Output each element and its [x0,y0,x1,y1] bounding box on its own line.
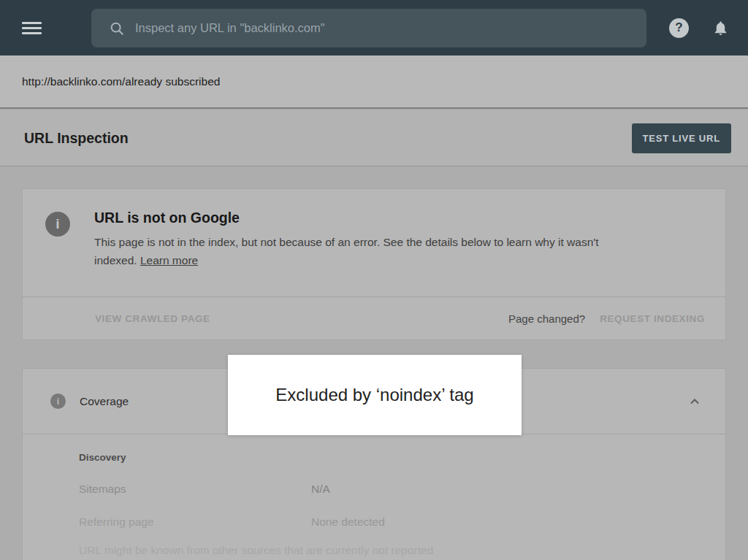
discovery-section: Discovery Sitemaps N/A Referring page No… [23,434,725,557]
info-icon: i [45,212,70,237]
page-header: URL Inspection TEST LIVE URL [0,110,748,166]
test-live-url-button[interactable]: TEST LIVE URL [632,123,731,153]
search-placeholder: Inspect any URL in "backlinko.com" [135,21,325,35]
index-status-description: This page is not in the index, but not b… [94,233,636,269]
view-crawled-page-button[interactable]: VIEW CRAWLED PAGE [95,313,210,324]
coverage-title: Coverage [80,395,129,408]
breadcrumb-bar: http://backlinko.com/already subscribed [0,55,748,109]
discovery-footnote: URL might be known from other sources th… [79,544,725,557]
sitemaps-value: N/A [311,483,330,496]
url-inspection-screen: Inspect any URL in "backlinko.com" ? htt… [0,0,748,560]
breadcrumb-url: http://backlinko.com/already subscribed [22,75,220,88]
request-indexing-button[interactable]: REQUEST INDEXING [600,313,705,324]
notifications-icon[interactable] [712,19,729,37]
table-row: Sitemaps N/A [79,483,725,496]
discovery-title: Discovery [79,452,725,463]
sitemaps-label: Sitemaps [79,483,311,496]
highlight-callout: Excluded by ‘noindex’ tag [228,355,522,435]
page-changed-label: Page changed? [508,312,585,325]
topbar: Inspect any URL in "backlinko.com" ? [0,0,748,55]
referring-page-label: Referring page [79,515,311,529]
page-title: URL Inspection [24,130,129,147]
topbar-actions: ? [669,0,729,55]
help-icon[interactable]: ? [669,18,689,38]
search-input[interactable]: Inspect any URL in "backlinko.com" [91,9,646,47]
info-icon: i [50,394,66,409]
learn-more-link[interactable]: Learn more [140,254,198,266]
search-icon [109,20,125,37]
index-status-title: URL is not on Google [94,210,636,226]
index-status-card: i URL is not on Google This page is not … [22,188,726,340]
coverage-status-text: Excluded by ‘noindex’ tag [275,385,473,405]
referring-page-value: None detected [311,515,385,529]
table-row: Referring page None detected [79,515,725,529]
index-status-actions: VIEW CRAWLED PAGE Page changed? REQUEST … [23,296,725,340]
menu-icon[interactable] [22,19,42,37]
chevron-up-icon[interactable] [686,393,703,410]
